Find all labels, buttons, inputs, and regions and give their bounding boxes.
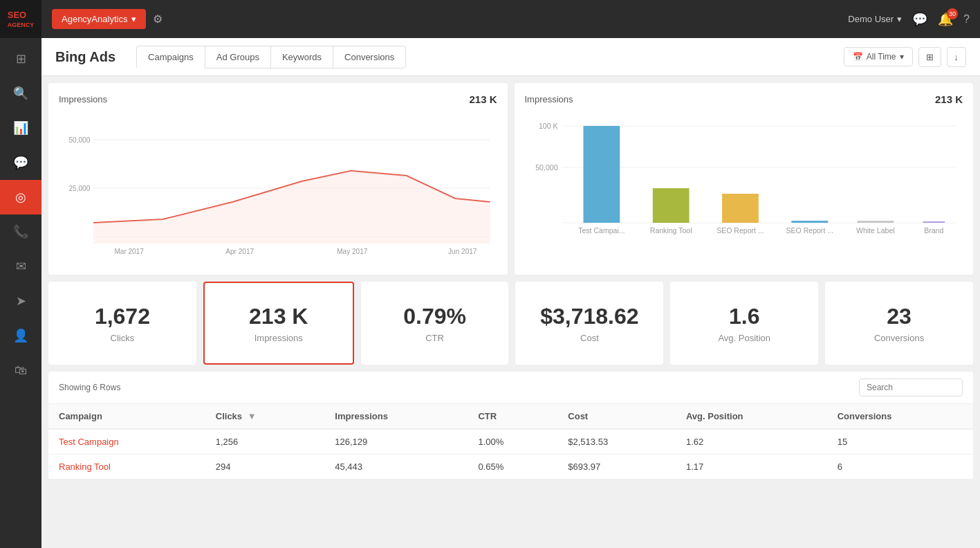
agency-button[interactable]: AgencyAnalytics ▾	[52, 9, 146, 29]
bar-test-campaign	[583, 126, 620, 223]
line-chart-svg: 50,000 25,000 Mar 2017 Apr 2017 May 2017…	[59, 112, 497, 264]
campaign-name[interactable]: Ranking Tool	[48, 455, 205, 480]
stat-clicks[interactable]: 1,672 Clicks	[48, 282, 196, 365]
table-search-input[interactable]	[859, 378, 963, 396]
page-title: Bing Ads	[55, 49, 115, 65]
chat-icon[interactable]: 💬	[0, 145, 41, 180]
topbar: AgencyAnalytics ▾ ⚙ Demo User ▾ 💬 🔔 30 ?	[41, 0, 980, 38]
row-clicks: 294	[205, 455, 325, 480]
th-conversions: Conversions	[827, 404, 973, 429]
help-icon[interactable]: ?	[963, 13, 970, 26]
svg-text:May 2017: May 2017	[337, 248, 368, 255]
tab-conversions[interactable]: Conversions	[333, 46, 406, 68]
line-chart-value: 213 K	[469, 93, 497, 105]
stat-impressions-label: Impressions	[255, 333, 303, 343]
th-clicks[interactable]: Clicks ▼	[205, 404, 325, 429]
svg-text:50,000: 50,000	[535, 164, 558, 172]
table-row: Ranking Tool 294 45,443 0.65% $693.97 1.…	[48, 455, 973, 480]
svg-text:SEO Report ...: SEO Report ...	[716, 227, 764, 235]
stat-cost-value: $3,718.62	[540, 304, 638, 329]
stat-ctr[interactable]: 0.79% CTR	[361, 282, 509, 365]
svg-text:100 K: 100 K	[538, 122, 557, 130]
bar-white-label	[857, 221, 894, 223]
stat-cost[interactable]: $3,718.62 Cost	[515, 282, 663, 365]
stat-avg-position[interactable]: 1.6 Avg. Position	[670, 282, 818, 365]
notifications-icon[interactable]: 🔔 30	[938, 12, 953, 27]
row-impressions: 45,443	[324, 455, 468, 480]
row-avg-position: 1.62	[676, 429, 827, 455]
row-conversions: 15	[827, 429, 973, 455]
page-header: Bing Ads Campaigns Ad Groups Keywords Co…	[41, 38, 980, 76]
bag-icon[interactable]: 🛍	[0, 353, 41, 387]
campaign-name[interactable]: Test Campaign	[48, 429, 205, 455]
svg-text:SEO Report ...: SEO Report ...	[786, 227, 833, 235]
calendar-icon: 📅	[853, 52, 863, 62]
bar-chart-header: Impressions 213 K	[525, 93, 963, 105]
topbar-right: Demo User ▾ 💬 🔔 30 ?	[848, 12, 970, 27]
stat-impressions-value: 213 K	[249, 304, 308, 329]
stat-conversions-value: 23	[887, 304, 912, 329]
bar-chart-svg: 100 K 50,000	[525, 112, 963, 264]
phone-icon[interactable]: 📞	[0, 214, 41, 249]
user-menu-button[interactable]: Demo User ▾	[848, 14, 902, 24]
stat-clicks-value: 1,672	[95, 304, 150, 329]
table-header: Campaign Clicks ▼ Impressions CTR Cost A…	[48, 404, 973, 429]
header-actions: 📅 All Time ▾ ⊞ ↓	[844, 47, 966, 67]
charts-row: Impressions 213 K 50,000 25,000	[41, 76, 980, 282]
stat-impressions[interactable]: 213 K Impressions	[203, 282, 354, 365]
messages-icon[interactable]: 💬	[912, 12, 927, 27]
notification-badge: 30	[947, 8, 958, 19]
logo: SEOAGENCY	[0, 0, 41, 38]
tab-campaigns[interactable]: Campaigns	[136, 46, 205, 68]
th-impressions: Impressions	[324, 404, 468, 429]
svg-text:Mar 2017: Mar 2017	[114, 248, 144, 255]
line-chart-container: 50,000 25,000 Mar 2017 Apr 2017 May 2017…	[59, 112, 497, 264]
agency-label: AgencyAnalytics	[62, 14, 127, 24]
bar-chart-card: Impressions 213 K 100 K 50,000	[515, 83, 974, 275]
stat-avg-position-value: 1.6	[729, 304, 759, 329]
search-icon[interactable]: 🔍	[0, 76, 41, 111]
main-content: AgencyAnalytics ▾ ⚙ Demo User ▾ 💬 🔔 30 ?…	[41, 0, 980, 548]
user-icon[interactable]: 👤	[0, 318, 41, 353]
send-icon[interactable]: ➤	[0, 284, 41, 318]
th-cost: Cost	[557, 404, 676, 429]
tab-keywords[interactable]: Keywords	[270, 46, 333, 68]
logo-text: SEOAGENCY	[8, 10, 35, 28]
line-chart-header: Impressions 213 K	[59, 93, 497, 105]
date-filter-label: All Time	[867, 52, 896, 62]
date-filter-button[interactable]: 📅 All Time ▾	[844, 47, 913, 66]
chart-view-button[interactable]: ⊞	[918, 47, 941, 67]
svg-text:Jun 2017: Jun 2017	[448, 248, 477, 255]
page-content: Bing Ads Campaigns Ad Groups Keywords Co…	[41, 38, 980, 548]
chart-icon[interactable]: 📊	[0, 111, 41, 145]
stat-clicks-label: Clicks	[111, 333, 135, 343]
row-clicks: 1,256	[205, 429, 325, 455]
nav-tabs: Campaigns Ad Groups Keywords Conversions	[136, 46, 405, 68]
stat-cost-label: Cost	[580, 333, 599, 343]
download-button[interactable]: ↓	[947, 47, 967, 67]
settings-button[interactable]: ⚙	[153, 12, 163, 26]
target-icon[interactable]: ◎	[0, 180, 41, 214]
stat-conversions[interactable]: 23 Conversions	[825, 282, 973, 365]
stat-conversions-label: Conversions	[874, 333, 924, 343]
tab-ad-groups[interactable]: Ad Groups	[205, 46, 271, 68]
th-campaign: Campaign	[48, 404, 205, 429]
svg-text:Ranking Tool: Ranking Tool	[649, 227, 692, 235]
svg-text:Brand: Brand	[924, 227, 943, 235]
svg-text:Apr 2017: Apr 2017	[225, 248, 254, 255]
stat-avg-position-label: Avg. Position	[718, 333, 770, 343]
row-impressions: 126,129	[324, 429, 468, 455]
sort-arrow-icon: ▼	[248, 411, 257, 421]
dashboard-icon[interactable]: ⊞	[0, 42, 41, 76]
date-dropdown-icon: ▾	[900, 52, 904, 62]
row-conversions: 6	[827, 455, 973, 480]
bar-chart-container: 100 K 50,000	[525, 112, 963, 264]
bar-seo-report-1	[722, 194, 759, 223]
dropdown-arrow-icon: ▾	[131, 14, 136, 24]
stat-ctr-label: CTR	[425, 333, 444, 343]
table-section: Showing 6 Rows Campaign Clicks ▼ Impress…	[48, 372, 973, 480]
svg-text:White Label: White Label	[856, 227, 894, 235]
row-cost: $2,513.53	[557, 429, 676, 455]
mail-icon[interactable]: ✉	[0, 249, 41, 284]
bar-ranking-tool	[652, 188, 689, 223]
